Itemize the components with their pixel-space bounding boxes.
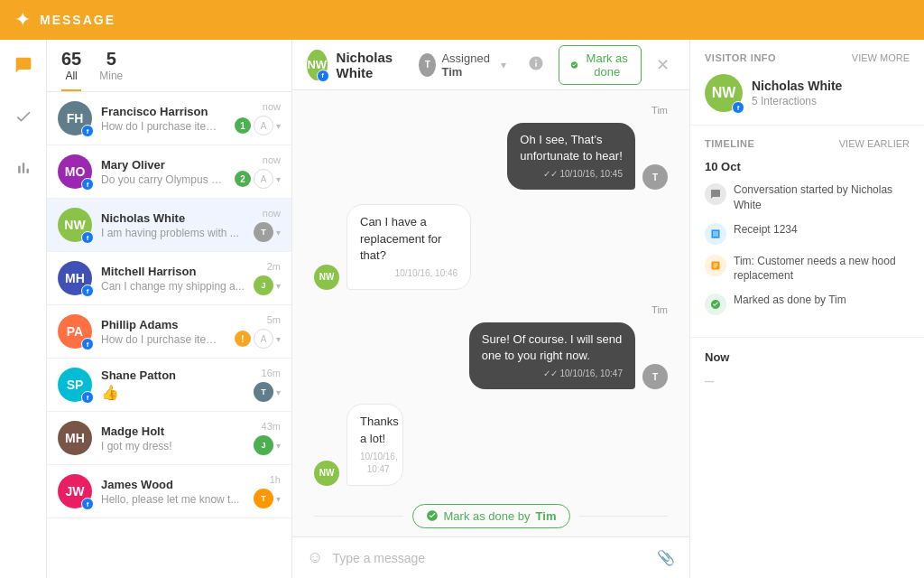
conv-meta: now 1 A ▾ <box>235 101 281 135</box>
assign-avatar[interactable]: T <box>254 489 273 508</box>
chevron-down-icon[interactable]: ▾ <box>276 441 281 451</box>
chevron-down-icon[interactable]: ▾ <box>276 387 281 397</box>
view-more-link[interactable]: VIEW MORE <box>852 52 910 63</box>
mark-done-button[interactable]: Mark as done <box>559 45 642 85</box>
conv-time: now <box>263 208 281 219</box>
conv-badge: 1 <box>235 117 251 134</box>
timeline-item: Receipt 1234 <box>705 222 910 245</box>
chat-contact-avatar: NW f <box>307 50 328 80</box>
conversations-list: 65 All 5 Mine FH Francisco Harrison How … <box>47 40 292 578</box>
assign-avatar[interactable]: J <box>254 435 273 455</box>
info-button[interactable] <box>522 50 550 80</box>
tab-all[interactable]: 65 All <box>61 49 81 91</box>
conv-preview: Do you carry Olympus OM... <box>101 173 226 186</box>
assign-button[interactable]: A <box>254 169 273 189</box>
chevron-down-icon[interactable]: ▾ <box>276 334 281 344</box>
conv-info: Mitchell Harrison Can I change my shippi… <box>101 265 245 293</box>
conv-time: 5m <box>267 314 281 325</box>
assign-button[interactable]: A <box>254 329 273 349</box>
assign-button[interactable]: A <box>254 116 273 135</box>
agent-avatar: T <box>642 164 668 190</box>
message-bubble: Oh I see, That's unfortunate to hear! ✓✓… <box>507 123 635 190</box>
tab-mine[interactable]: 5 Mine <box>99 49 123 91</box>
close-button[interactable]: ✕ <box>651 50 675 80</box>
message-time: ✓✓ 10/10/16, 10:45 <box>520 168 623 181</box>
now-label: Now <box>705 350 910 364</box>
conversation-items: FH Francisco Harrison How do I purchase … <box>47 92 291 578</box>
visitor-interactions: 5 Interactions <box>752 95 842 107</box>
smiley-icon[interactable]: ☺ <box>307 548 323 567</box>
avatar: SP f <box>58 368 92 402</box>
timeline-text: Receipt 1234 <box>734 222 798 238</box>
msg-sender-label: Tim <box>314 304 668 315</box>
chevron-down-icon[interactable]: ▾ <box>501 59 506 71</box>
chat-header: NW f Nicholas White T Assigned Tim ▾ Mar… <box>292 40 689 90</box>
chat-icon <box>705 183 726 205</box>
chevron-down-icon[interactable]: ▾ <box>276 494 281 504</box>
assigned-badge: T Assigned Tim ▾ <box>419 51 506 79</box>
assign-avatar[interactable]: T <box>254 222 273 242</box>
tab-mine-label: Mine <box>99 70 123 82</box>
fb-badge-icon <box>81 284 94 297</box>
list-item[interactable]: NW Nicholas White I am having problems w… <box>47 199 291 252</box>
avatar: MO <box>58 154 92 189</box>
list-item[interactable]: FH Francisco Harrison How do I purchase … <box>47 92 291 145</box>
attachment-icon[interactable]: 📎 <box>657 549 675 566</box>
view-earlier-link[interactable]: VIEW EARLIER <box>839 138 910 149</box>
list-item[interactable]: PA Phillip Adams How do I purchase items… <box>47 305 291 359</box>
message-time: 10/10/16, 10:47 <box>360 451 390 476</box>
conv-name: Phillip Adams <box>101 318 226 331</box>
nav-chart-icon[interactable] <box>9 154 38 187</box>
logo-icon: ✦ <box>14 8 31 32</box>
list-item[interactable]: JW f James Wood Hello, please let me kno… <box>47 465 291 518</box>
fb-badge-icon <box>81 338 94 350</box>
nav-sidebar <box>0 40 47 578</box>
avatar: MH <box>58 261 92 295</box>
message-input[interactable] <box>332 551 648 565</box>
list-item[interactable]: SP f Shane Patton 👍 16m T ▾ <box>47 359 291 412</box>
conv-info: Mary Oliver Do you carry Olympus OM... <box>101 158 226 186</box>
message-bubble: Sure! Of course. I will send one to you … <box>469 322 635 389</box>
assign-avatar[interactable]: T <box>254 382 273 402</box>
visitor-details: Nicholas White 5 Interactions <box>752 79 842 107</box>
right-panel: VISITOR INFO VIEW MORE NW f Nicholas Whi… <box>689 40 924 578</box>
mark-done-divider: Mark as done by Tim <box>314 504 668 528</box>
conversation-tabs: 65 All 5 Mine <box>47 40 291 92</box>
list-item[interactable]: MH Madge Holt I got my dress! 43m J ▾ <box>47 412 291 465</box>
message-time: 10/10/16, 10:46 <box>360 267 457 280</box>
timeline-item: Tim: Customer needs a new hood replaceme… <box>705 254 910 284</box>
visitor-avatar: NW f <box>705 74 743 112</box>
list-item[interactable]: MO Mary Oliver Do you carry Olympus OM..… <box>47 145 291 199</box>
chevron-down-icon[interactable]: ▾ <box>276 281 281 291</box>
chevron-down-icon[interactable]: ▾ <box>276 174 281 184</box>
conv-preview: How do I purchase items onl... <box>101 333 226 346</box>
message-bubble: Can I have a replacement for that? 10/10… <box>346 204 471 290</box>
timeline-item: Conversation started by Nicholas White <box>705 182 910 213</box>
visitor-info-section: VISITOR INFO VIEW MORE NW f Nicholas Whi… <box>690 40 924 126</box>
conv-info: Nicholas White I am having problems with… <box>101 211 245 239</box>
timeline-text: Marked as done by Tim <box>734 293 846 308</box>
chat-main: NW f Nicholas White T Assigned Tim ▾ Mar… <box>292 40 689 578</box>
conv-preview: I got my dress! <box>101 440 245 452</box>
conv-name: Francisco Harrison <box>101 105 226 118</box>
chevron-down-icon[interactable]: ▾ <box>276 121 281 131</box>
user-avatar: NW <box>314 461 339 486</box>
nav-check-icon[interactable] <box>9 102 38 135</box>
mark-done-label: Mark as done <box>584 51 630 79</box>
fb-badge-icon <box>81 231 94 244</box>
avatar: MH <box>58 421 92 455</box>
chevron-down-icon[interactable]: ▾ <box>276 228 281 238</box>
nav-messages-icon[interactable] <box>9 51 38 84</box>
conv-name: Madge Holt <box>101 424 245 438</box>
assigned-label: Assigned Tim <box>441 51 495 79</box>
avatar: JW f <box>58 474 92 508</box>
visitor-card: NW f Nicholas White 5 Interactions <box>705 74 910 112</box>
timeline-text: Conversation started by Nicholas White <box>734 182 910 213</box>
conv-time: 1h <box>270 474 281 485</box>
msg-sender-label: Tim <box>314 105 668 116</box>
timeline-header: TIMELINE VIEW EARLIER <box>705 138 910 149</box>
assign-avatar[interactable]: J <box>254 275 273 295</box>
timeline-title: TIMELINE <box>705 138 754 149</box>
list-item[interactable]: MH Mitchell Harrison Can I change my shi… <box>47 252 291 305</box>
messages-container: Tim T Oh I see, That's unfortunate to he… <box>292 90 689 536</box>
